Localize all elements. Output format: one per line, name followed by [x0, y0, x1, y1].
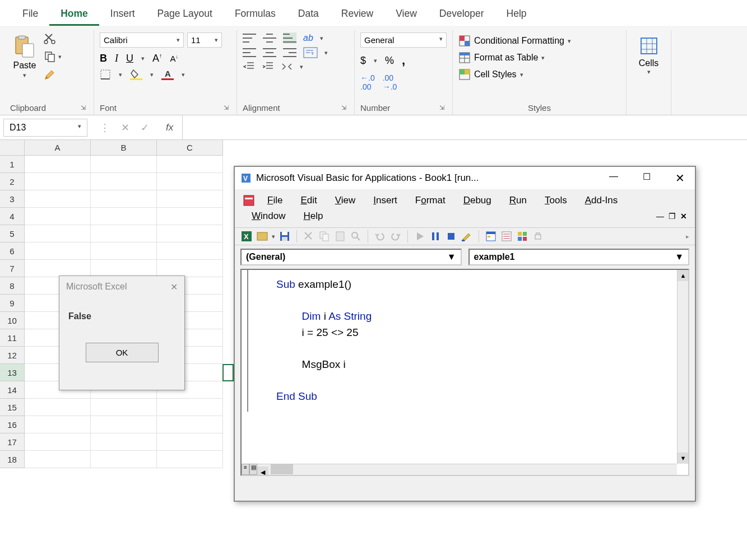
cell[interactable] [25, 433, 91, 451]
orientation-button[interactable]: ab [303, 33, 313, 43]
redo-icon[interactable] [389, 230, 402, 242]
vba-menu-addins[interactable]: Add-Ins [576, 193, 627, 208]
full-module-view-button[interactable]: ▤ [249, 464, 257, 475]
cell-styles-button[interactable]: Cell Styles ▾ [458, 66, 620, 83]
bold-button[interactable]: B [100, 53, 107, 64]
cell[interactable] [25, 190, 91, 208]
tab-developer[interactable]: Developer [428, 3, 495, 26]
comma-button[interactable]: , [402, 53, 405, 68]
toolbox-icon[interactable] [532, 230, 544, 242]
vba-doc-restore-button[interactable]: ❐ [669, 212, 676, 221]
row-header-1[interactable]: 1 [0, 156, 25, 173]
vba-horizontal-scrollbar[interactable]: ◀ ▶ [257, 464, 677, 475]
font-size-select[interactable]: 11 ▾ [187, 32, 222, 48]
tab-view[interactable]: View [384, 3, 428, 26]
alignment-dialog-launcher[interactable]: ⇲ [339, 103, 349, 113]
font-color-button[interactable]: A [161, 69, 174, 80]
properties-icon[interactable] [500, 230, 513, 242]
tab-page-layout[interactable]: Page Layout [146, 3, 224, 26]
tab-review[interactable]: Review [330, 3, 384, 26]
cell[interactable] [91, 225, 157, 242]
cell[interactable] [91, 260, 157, 277]
cell[interactable] [157, 451, 223, 468]
row-header-16[interactable]: 16 [0, 416, 25, 433]
object-browser-icon[interactable] [516, 230, 528, 242]
cell[interactable] [157, 433, 223, 451]
cell[interactable] [25, 399, 91, 416]
decrease-font-button[interactable]: A↓ [170, 54, 179, 63]
vba-menu-help[interactable]: Help [294, 208, 332, 224]
cell[interactable] [157, 399, 223, 416]
excel-icon[interactable]: X [240, 230, 253, 242]
align-right-button[interactable] [283, 47, 296, 58]
row-header-2[interactable]: 2 [0, 173, 25, 190]
scroll-left-button[interactable]: ◀ [257, 466, 268, 476]
clipboard-dialog-launcher[interactable]: ⇲ [78, 103, 88, 113]
scroll-thumb[interactable] [271, 464, 293, 474]
cell[interactable] [157, 173, 223, 190]
increase-font-button[interactable]: A↑ [152, 52, 163, 64]
row-header-4[interactable]: 4 [0, 208, 25, 225]
font-name-select[interactable]: Calibri ▾ [100, 32, 184, 48]
number-dialog-launcher[interactable]: ⇲ [437, 103, 447, 113]
paste-button[interactable]: Paste ▾ [10, 32, 39, 101]
cell[interactable] [25, 260, 91, 277]
row-header-6[interactable]: 6 [0, 242, 25, 260]
insert-form-icon[interactable] [256, 230, 268, 242]
cells-label[interactable]: Cells [639, 58, 659, 68]
cell[interactable] [25, 173, 91, 190]
find-icon[interactable] [350, 230, 362, 242]
vba-doc-minimize-button[interactable]: — [656, 212, 664, 221]
increase-decimal-button[interactable]: ←.0.00 [360, 73, 375, 91]
cut-button[interactable] [44, 32, 62, 45]
cell[interactable] [91, 451, 157, 468]
name-box[interactable]: D13 ▾ [3, 119, 87, 137]
row-header-12[interactable]: 12 [0, 347, 25, 364]
copy-button[interactable]: ▾ [44, 50, 62, 63]
cell[interactable] [91, 208, 157, 225]
vba-titlebar[interactable]: V Microsoft Visual Basic for Application… [235, 167, 695, 189]
procedure-view-button[interactable]: ≡ [242, 464, 249, 475]
cell[interactable] [25, 156, 91, 173]
conditional-formatting-button[interactable]: Conditional Formatting ▾ [458, 32, 620, 49]
align-top-button[interactable] [243, 32, 256, 44]
row-header-15[interactable]: 15 [0, 399, 25, 416]
row-header-13[interactable]: 13 [0, 364, 25, 381]
copy-icon[interactable] [318, 230, 331, 242]
vba-menu-view[interactable]: View [326, 193, 365, 208]
row-header-7[interactable]: 7 [0, 260, 25, 277]
vba-menu-format[interactable]: Format [406, 193, 454, 208]
cell[interactable] [91, 190, 157, 208]
cell[interactable] [25, 416, 91, 433]
col-header-b[interactable]: B [91, 140, 157, 156]
vba-maximize-button[interactable]: ☐ [638, 169, 655, 187]
borders-button[interactable] [100, 69, 111, 80]
cell[interactable] [25, 451, 91, 468]
design-mode-icon[interactable] [461, 230, 473, 242]
vba-close-button[interactable]: ✕ [671, 169, 689, 187]
cell[interactable] [91, 173, 157, 190]
tab-home[interactable]: Home [49, 3, 99, 26]
tab-insert[interactable]: Insert [99, 3, 146, 26]
col-header-c[interactable]: C [157, 140, 223, 156]
fill-color-button[interactable] [130, 69, 142, 80]
vba-menu-file[interactable]: File [258, 193, 291, 208]
cell[interactable] [157, 208, 223, 225]
scroll-up-button[interactable]: ▲ [678, 270, 689, 281]
select-all-corner[interactable] [0, 140, 25, 156]
vba-object-dropdown[interactable]: (General) ▼ [240, 249, 462, 265]
tab-file[interactable]: File [11, 3, 49, 26]
break-icon[interactable] [429, 230, 442, 242]
cell[interactable] [157, 242, 223, 260]
vba-minimize-button[interactable]: — [605, 169, 623, 187]
align-bottom-button[interactable] [283, 32, 296, 44]
undo-icon[interactable] [374, 230, 386, 242]
project-explorer-icon[interactable] [485, 230, 497, 242]
align-middle-button[interactable] [263, 32, 276, 44]
vba-menu-insert[interactable]: Insert [364, 193, 406, 208]
wrap-text-button[interactable] [303, 47, 318, 58]
cell[interactable] [25, 225, 91, 242]
vba-code-text[interactable]: Sub example1() Dim i As String i = 25 <>… [247, 270, 688, 412]
vba-menu-window[interactable]: Window [243, 208, 294, 224]
cell[interactable] [25, 242, 91, 260]
